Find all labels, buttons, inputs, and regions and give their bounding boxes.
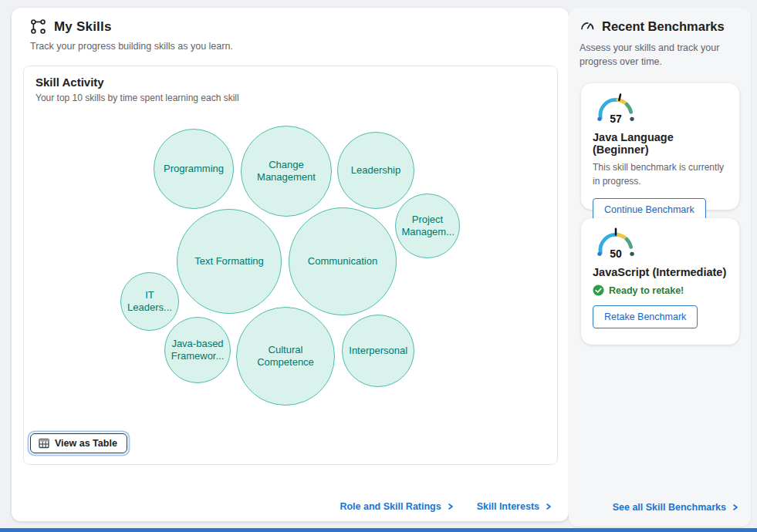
benchmark-score: 50 xyxy=(593,247,639,260)
benchmark-card-java: 57 Java Language (Beginner) This skill b… xyxy=(581,83,739,210)
page-subtitle: Track your progress building skills as y… xyxy=(30,41,550,52)
view-as-table-button[interactable]: View as Table xyxy=(30,433,127,453)
my-skills-panel: My Skills Track your progress building s… xyxy=(12,8,569,521)
skill-bubble[interactable]: Change Management xyxy=(241,126,332,217)
chevron-right-icon xyxy=(732,504,738,510)
skill-bubble[interactable]: Programming xyxy=(154,129,234,209)
benchmarks-header: Recent Benchmarks Assess your skills and… xyxy=(569,8,751,69)
skill-bubble[interactable]: Text Formatting xyxy=(177,209,282,314)
gauge-icon: 50 xyxy=(593,226,639,260)
speedometer-icon xyxy=(580,19,595,34)
skill-bubble[interactable]: Leadership xyxy=(337,132,414,209)
skill-bubble-label: Cultural Competence xyxy=(245,344,325,369)
skill-bubble-label: Change Management xyxy=(249,159,323,184)
link-label: See all Skill Benchmarks xyxy=(613,502,726,513)
skill-bubble-label: Leadership xyxy=(345,164,407,177)
skill-bubble-chart: ProgrammingChange ManagementLeadershipPr… xyxy=(24,66,559,466)
benchmark-title: Java Language (Beginner) xyxy=(593,131,728,156)
skill-bubble-label: Text Formatting xyxy=(187,255,272,268)
skill-interests-link[interactable]: Skill Interests xyxy=(477,501,552,512)
skill-bubble[interactable]: IT Leaders... xyxy=(120,272,179,331)
link-label: Skill Interests xyxy=(477,501,539,512)
page-title: My Skills xyxy=(54,19,112,35)
skill-bubble-label: Programming xyxy=(161,163,226,175)
skills-schema-icon xyxy=(30,19,46,35)
skill-bubble-label: Project Managem... xyxy=(401,214,453,239)
skill-bubble[interactable]: Java-based Framewor... xyxy=(164,317,231,383)
chevron-right-icon xyxy=(448,503,454,510)
see-all-benchmarks-link[interactable]: See all Skill Benchmarks xyxy=(613,502,738,513)
skill-bubble-label: IT Leaders... xyxy=(127,289,174,315)
benchmark-description: This skill benchmark is currently in pro… xyxy=(593,160,732,188)
retake-benchmark-button[interactable]: Retake Benchmark xyxy=(593,305,698,328)
chevron-right-icon xyxy=(546,503,552,510)
view-as-table-label: View as Table xyxy=(55,438,117,449)
skill-bubble[interactable]: Project Managem... xyxy=(395,194,460,258)
link-label: Role and Skill Ratings xyxy=(340,501,441,512)
check-circle-icon xyxy=(593,285,604,296)
skill-bubble-label: Communication xyxy=(299,255,386,268)
bottom-accent-bar xyxy=(0,528,757,532)
skill-bubble[interactable]: Interpersonal xyxy=(342,315,414,387)
my-skills-header: My Skills Track your progress building s… xyxy=(12,8,569,52)
recent-benchmarks-panel: Recent Benchmarks Assess your skills and… xyxy=(569,8,751,527)
gauge-icon: 57 xyxy=(593,91,639,125)
skill-bubble-label: Java-based Framewor... xyxy=(171,338,225,363)
benchmark-score: 57 xyxy=(593,113,639,125)
benchmark-title: JavaScript (Intermediate) xyxy=(593,266,728,278)
benchmark-status-label: Ready to retake! xyxy=(609,285,684,296)
role-and-skill-ratings-link[interactable]: Role and Skill Ratings xyxy=(340,501,453,512)
skill-activity-card: Skill Activity Your top 10 skills by tim… xyxy=(23,66,558,465)
my-skills-footer-links: Role and Skill Ratings Skill Interests xyxy=(340,501,552,512)
benchmark-card-javascript: 50 JavaScript (Intermediate) Ready to re… xyxy=(581,218,739,345)
skill-bubble[interactable]: Communication xyxy=(289,207,397,315)
benchmarks-subtitle: Assess your skills and track your progre… xyxy=(580,41,734,69)
benchmarks-title: Recent Benchmarks xyxy=(602,19,725,34)
skill-bubble[interactable]: Cultural Competence xyxy=(236,307,335,406)
skill-bubble-label: Interpersonal xyxy=(349,345,407,357)
table-icon xyxy=(39,438,49,449)
benchmark-status: Ready to retake! xyxy=(593,285,728,296)
